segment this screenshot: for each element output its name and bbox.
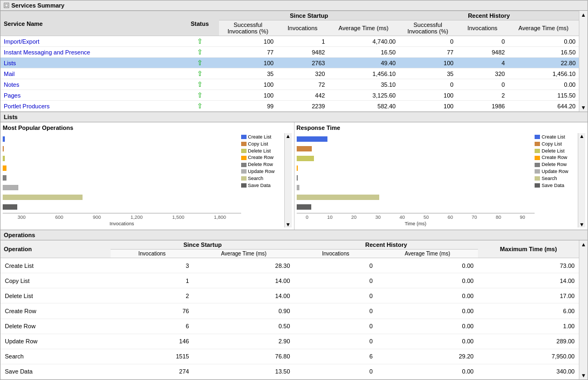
table-row[interactable]: Pages ⇧ 100 442 3,125.60 100 2 115.50 — [1, 90, 579, 101]
legend-label: Create Row — [248, 155, 274, 161]
table-row[interactable]: Delete Row 6 0.50 0 0.00 1.00 — [1, 319, 579, 334]
op-rh-avg-cell: 0.00 — [377, 303, 478, 319]
rh-pct-cell: 35 — [399, 68, 456, 79]
op-max-cell: 14.00 — [478, 273, 579, 288]
table-row[interactable]: Instant Messaging and Presence ⇧ 77 9482… — [1, 47, 579, 58]
scroll-down-services[interactable]: ▼ — [580, 103, 587, 112]
col-rh-inv: Invocations — [457, 20, 508, 36]
op-ss-avg-cell: 0.50 — [193, 319, 294, 334]
legend-item: Delete List — [241, 148, 284, 154]
table-row[interactable]: Lists ⇧ 100 2763 49.40 100 4 22.80 — [1, 58, 579, 68]
rh-avg-cell: 644.20 — [508, 101, 579, 112]
scroll-up-mp[interactable]: ▲ — [285, 133, 291, 139]
op-rh-avg-cell: 0.00 — [377, 258, 478, 273]
col-since-startup: Since Startup — [219, 11, 399, 20]
chart-bar — [3, 185, 18, 190]
chart-bar — [3, 175, 6, 181]
legend-item: Update Row — [241, 169, 284, 175]
service-name-cell[interactable]: Import/Export — [1, 36, 181, 47]
legend-item: Update Row — [535, 169, 578, 175]
legend-color-box — [535, 183, 540, 188]
service-name-cell[interactable]: Lists — [1, 58, 181, 68]
bar-row — [297, 155, 535, 162]
scroll-up-ops[interactable]: ▲ — [580, 240, 587, 248]
x-tick: 80 — [496, 215, 501, 220]
chart-bar — [297, 136, 328, 142]
x-tick: 40 — [399, 215, 405, 220]
legend-item: Create List — [535, 134, 578, 140]
legend-color-box — [241, 142, 247, 146]
chart-bar — [297, 204, 311, 210]
op-rh-inv-cell: 0 — [295, 273, 377, 288]
collapse-icon[interactable]: □ — [4, 3, 9, 8]
op-name-cell: Delete List — [1, 288, 111, 303]
rh-inv-cell: 320 — [457, 68, 508, 79]
scroll-up-services[interactable]: ▲ — [580, 11, 587, 19]
bar-row — [297, 174, 535, 182]
lists-panel: Lists Most Popular Operations 3006009001… — [1, 112, 587, 379]
status-cell: ⇧ — [181, 90, 219, 101]
x-tick: 60 — [448, 215, 453, 220]
x-tick: 900 — [93, 215, 101, 220]
op-max-cell: 17.00 — [478, 288, 579, 303]
legend-item: Search — [241, 176, 284, 182]
op-ss-inv-cell: 1515 — [111, 349, 193, 364]
table-row[interactable]: Save Data 274 13.50 0 0.00 340.00 — [1, 364, 579, 379]
service-name-cell[interactable]: Portlet Producers — [1, 101, 181, 112]
rh-pct-cell: 100 — [399, 90, 456, 101]
scroll-up-rt[interactable]: ▲ — [579, 133, 585, 139]
rh-inv-cell: 0 — [457, 79, 508, 90]
most-popular-title: Most Popular Operations — [3, 125, 292, 131]
bar-row — [3, 194, 241, 201]
legend-color-box — [535, 156, 540, 160]
legend-color-box — [241, 169, 247, 174]
x-tick: 70 — [471, 215, 477, 220]
rh-pct-cell: 100 — [399, 101, 456, 112]
most-popular-legend: Create ListCopy ListDelete ListCreate Ro… — [241, 133, 284, 227]
op-rh-inv-cell: 0 — [295, 258, 377, 273]
col-recent-history: Recent History — [399, 11, 579, 20]
op-name-cell: Copy List — [1, 273, 111, 288]
scroll-down-mp[interactable]: ▼ — [285, 222, 291, 227]
col-ops-ss-avg: Average Time (ms) — [193, 250, 294, 258]
op-max-cell: 289.00 — [478, 334, 579, 349]
service-name-cell[interactable]: Mail — [1, 68, 181, 79]
bar-row — [3, 174, 241, 182]
table-row[interactable]: Mail ⇧ 35 320 1,456.10 35 320 1,456.10 — [1, 68, 579, 79]
chart-bar — [3, 195, 83, 200]
legend-label: Delete List — [248, 148, 271, 154]
op-rh-avg-cell: 0.00 — [377, 288, 478, 303]
rh-inv-cell: 4 — [457, 58, 508, 68]
service-name-cell[interactable]: Notes — [1, 79, 181, 90]
table-row[interactable]: Copy List 1 14.00 0 0.00 14.00 — [1, 273, 579, 288]
op-max-cell: 73.00 — [478, 258, 579, 273]
service-name-cell[interactable]: Pages — [1, 90, 181, 101]
main-container: □ Services Summary Service Name Status S… — [0, 0, 588, 380]
table-row[interactable]: Update Row 146 2.90 0 0.00 289.00 — [1, 334, 579, 349]
rh-pct-cell: 0 — [399, 79, 456, 90]
ss-pct-cell: 100 — [219, 58, 277, 68]
service-name-cell[interactable]: Instant Messaging and Presence — [1, 47, 181, 58]
table-row[interactable]: Import/Export ⇧ 100 1 4,740.00 0 0 0.00 — [1, 36, 579, 47]
op-ss-inv-cell: 146 — [111, 334, 193, 349]
col-ops-recent-history: Recent History — [295, 240, 478, 250]
ss-avg-cell: 3,125.60 — [328, 90, 399, 101]
table-row[interactable]: Portlet Producers ⇧ 99 2239 582.40 100 1… — [1, 101, 579, 112]
ss-inv-cell: 442 — [277, 90, 328, 101]
table-row[interactable]: Delete List 2 14.00 0 0.00 17.00 — [1, 288, 579, 303]
col-ops-rh-avg: Average Time (ms) — [377, 250, 478, 258]
table-row[interactable]: Create Row 76 0.90 0 0.00 6.00 — [1, 303, 579, 319]
legend-color-box — [241, 183, 247, 188]
x-tick: 20 — [351, 215, 357, 220]
scroll-down-ops[interactable]: ▼ — [580, 371, 587, 379]
scroll-down-rt[interactable]: ▼ — [579, 222, 585, 227]
col-ops-rh-inv: Invocations — [295, 250, 377, 258]
table-row[interactable]: Create List 3 28.30 0 0.00 73.00 — [1, 258, 579, 273]
table-row[interactable]: Search 1515 76.80 6 29.20 7,950.00 — [1, 349, 579, 364]
charts-row: Most Popular Operations 3006009001,2001,… — [1, 122, 587, 230]
table-row[interactable]: Notes ⇧ 100 72 35.10 0 0 0.00 — [1, 79, 579, 90]
col-ops-since-startup: Since Startup — [111, 240, 294, 250]
op-max-cell: 1.00 — [478, 319, 579, 334]
legend-label: Create List — [542, 134, 565, 140]
most-popular-bars — [3, 133, 241, 213]
